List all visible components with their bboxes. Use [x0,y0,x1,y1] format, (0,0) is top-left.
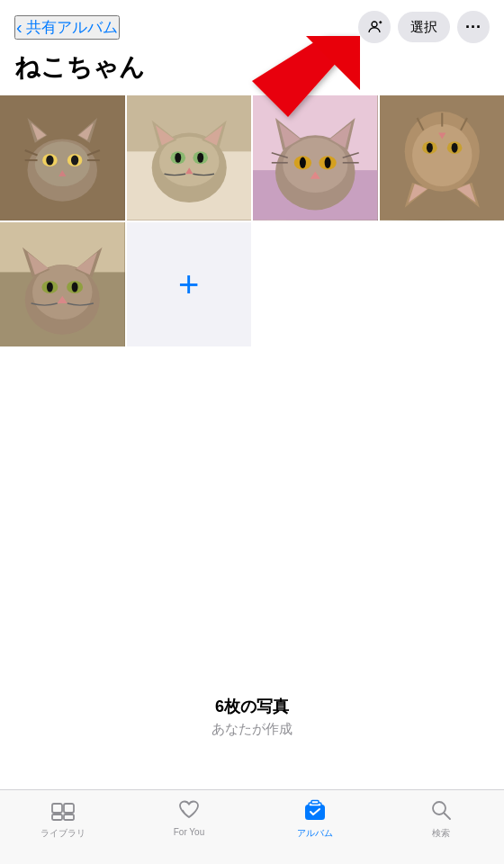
tab-search[interactable]: 検索 [414,799,468,840]
svg-line-87 [445,814,451,820]
svg-point-35 [283,138,347,193]
chevron-left-icon: ‹ [16,18,22,36]
tab-search-label: 検索 [432,827,450,840]
tab-library-label: ライブラリ [40,827,86,840]
plus-icon: + [178,266,199,302]
photo-count-label: 6枚の写真 [215,696,289,717]
photo-cell[interactable] [127,95,252,220]
more-button[interactable]: ··· [457,11,490,43]
library-icon [51,799,75,824]
photo-creator-label: あなたが作成 [212,721,292,738]
photo-grid: + [0,95,504,346]
svg-point-22 [159,137,219,186]
photo-cell[interactable] [0,222,125,347]
svg-point-30 [197,153,203,163]
svg-point-29 [175,153,181,163]
albums-icon [303,799,327,824]
back-button[interactable]: ‹ 共有アルバム [14,15,120,40]
svg-point-13 [71,155,78,165]
svg-point-59 [451,143,457,153]
svg-point-75 [72,282,78,292]
svg-point-12 [46,155,53,165]
svg-point-58 [426,143,432,153]
tab-albums[interactable]: アルバム [288,799,342,840]
album-info-section: 6枚の写真 あなたが作成 [0,696,504,738]
tab-albums-label: アルバム [297,827,333,840]
add-person-button[interactable] [358,11,391,43]
photo-cell[interactable] [0,95,125,220]
album-title: ねこちゃん [0,43,504,95]
add-photo-button[interactable]: + [127,222,252,347]
svg-point-0 [372,22,377,27]
svg-rect-80 [64,804,74,813]
svg-rect-65 [0,222,125,272]
svg-point-42 [300,158,306,168]
tab-for-you[interactable]: For You [162,799,216,837]
more-icon: ··· [465,18,482,37]
svg-rect-82 [64,814,74,820]
tab-library[interactable]: ライブラリ [36,799,90,840]
select-button[interactable]: 選択 [398,12,450,42]
header-actions: 選択 ··· [358,11,490,43]
back-label: 共有アルバム [26,17,118,38]
for-you-icon [177,799,201,824]
photo-cell[interactable] [253,95,378,220]
svg-rect-79 [52,804,62,813]
svg-rect-81 [52,814,62,820]
navigation-header: ‹ 共有アルバム 選択 ··· [0,0,504,43]
search-icon [430,799,452,824]
svg-point-74 [47,282,53,292]
photo-cell[interactable] [380,95,505,220]
svg-point-5 [35,141,90,186]
svg-rect-85 [311,801,319,805]
tab-bar: ライブラリ For You アルバム 検索 [0,789,504,864]
tab-for-you-label: For You [174,827,204,837]
svg-point-43 [325,158,331,168]
